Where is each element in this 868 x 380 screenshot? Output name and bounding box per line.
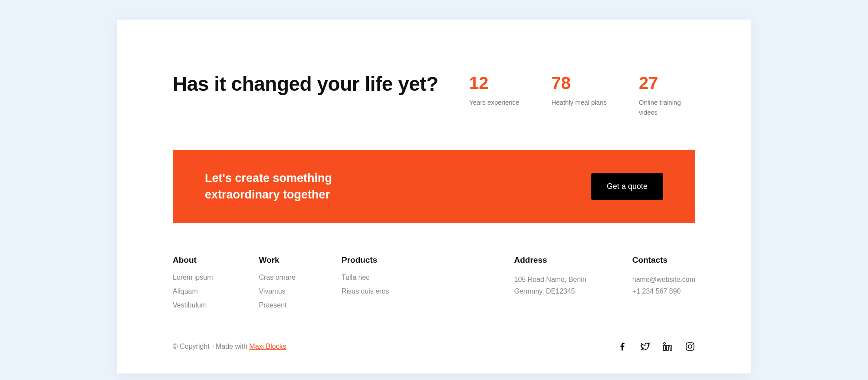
svg-point-1 bbox=[664, 343, 665, 344]
footer-link[interactable]: Aliquam bbox=[173, 287, 213, 295]
footer-heading: About bbox=[173, 255, 213, 265]
footer-link[interactable]: Risus quis eros bbox=[342, 287, 389, 295]
footer-col-work: Work Cras ornare Vivamus Praesent bbox=[259, 255, 295, 315]
top-row: Has it changed your life yet? 12 Years e… bbox=[173, 72, 695, 117]
get-quote-button[interactable]: Get a quote bbox=[591, 173, 663, 200]
svg-point-4 bbox=[692, 344, 693, 344]
footer-col-products: Products Tulla nec Risus quis eros bbox=[342, 255, 389, 315]
stat-value: 27 bbox=[639, 74, 695, 92]
linkedin-icon[interactable] bbox=[662, 341, 673, 352]
contact-email[interactable]: name@website.com bbox=[632, 274, 695, 285]
footer-link[interactable]: Praesent bbox=[259, 301, 295, 309]
stat-years: 12 Years experience bbox=[469, 74, 519, 117]
stat-label: Online training videos bbox=[639, 98, 695, 117]
bottom-row: © Copyright - Made with Maxi Blocks bbox=[173, 341, 695, 352]
footer-card: Has it changed your life yet? 12 Years e… bbox=[117, 20, 751, 373]
footer-heading: Products bbox=[342, 255, 389, 265]
maxi-blocks-link[interactable]: Maxi Blocks bbox=[249, 343, 286, 350]
stat-label: Heathly meal plans bbox=[551, 98, 607, 108]
footer-link[interactable]: Vivamus bbox=[259, 287, 295, 295]
footer-col-address: Address 105 Road Name, Berlin Germany, D… bbox=[514, 255, 586, 315]
footer-right-group: Address 105 Road Name, Berlin Germany, D… bbox=[514, 255, 696, 315]
cta-banner: Let's create something extraordinary tog… bbox=[173, 150, 695, 223]
stat-value: 78 bbox=[551, 74, 607, 92]
facebook-icon[interactable] bbox=[617, 341, 628, 352]
stat-videos: 27 Online training videos bbox=[639, 74, 695, 117]
footer-heading: Address bbox=[514, 255, 586, 265]
footer-link[interactable]: Tulla nec bbox=[342, 274, 389, 281]
instagram-icon[interactable] bbox=[685, 341, 695, 352]
twitter-icon[interactable] bbox=[640, 341, 650, 352]
stat-meal-plans: 78 Heathly meal plans bbox=[551, 74, 607, 117]
social-icons bbox=[617, 341, 695, 352]
stats-group: 12 Years experience 78 Heathly meal plan… bbox=[469, 74, 695, 117]
stat-value: 12 bbox=[469, 74, 519, 92]
footer-links-row: About Lorem ipsum Aliquam Vestibulum Wor… bbox=[173, 255, 695, 315]
cta-title: Let's create something extraordinary tog… bbox=[205, 170, 400, 203]
copyright-prefix: © Copyright - Made with bbox=[173, 343, 249, 350]
svg-rect-2 bbox=[686, 343, 694, 350]
svg-rect-0 bbox=[664, 345, 665, 350]
footer-col-about: About Lorem ipsum Aliquam Vestibulum bbox=[173, 255, 213, 315]
footer-link[interactable]: Cras ornare bbox=[259, 274, 295, 281]
footer-link[interactable]: Lorem ipsum bbox=[173, 274, 213, 281]
address-line: 105 Road Name, Berlin bbox=[514, 274, 586, 285]
footer-left-group: About Lorem ipsum Aliquam Vestibulum Wor… bbox=[173, 255, 389, 315]
copyright: © Copyright - Made with Maxi Blocks bbox=[173, 343, 286, 350]
contact-phone[interactable]: +1 234 567 890 bbox=[632, 285, 695, 297]
footer-link[interactable]: Vestibulum bbox=[173, 301, 213, 309]
footer-heading: Contacts bbox=[632, 255, 695, 265]
address-line: Germany, DE12345 bbox=[514, 285, 586, 297]
stat-label: Years experience bbox=[469, 98, 519, 108]
headline: Has it changed your life yet? bbox=[173, 72, 438, 97]
footer-col-contacts: Contacts name@website.com +1 234 567 890 bbox=[632, 255, 695, 315]
svg-point-3 bbox=[688, 345, 692, 348]
footer-heading: Work bbox=[259, 255, 295, 265]
